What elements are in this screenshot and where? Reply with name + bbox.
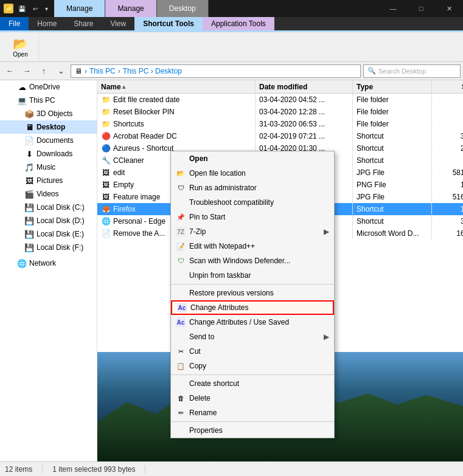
downloads-icon: ⬇ [24, 149, 34, 159]
search-icon: 🔍 [367, 67, 376, 75]
items-count: 12 items [5, 465, 32, 474]
disk-f-icon: 💾 [24, 243, 34, 252]
tab-manage-2[interactable]: Manage [105, 0, 156, 17]
maximize-button[interactable]: □ [407, 0, 435, 17]
ctx-open-file-location[interactable]: 📂 Open file location [171, 166, 334, 181]
ribbon-group-open: 📂 Open [2, 33, 39, 60]
ribbon-tab-home[interactable]: Home [29, 17, 65, 30]
thispc-icon: 💻 [17, 95, 27, 105]
attr-icon: Ac [177, 303, 187, 312]
attr-saved-icon: Ac [176, 317, 186, 327]
firefox-icon: 🦊 [101, 204, 111, 214]
minimize-button[interactable]: — [379, 0, 407, 17]
disk-c-icon: 💾 [24, 202, 34, 212]
ctx-create-shortcut[interactable]: Create shortcut [171, 376, 334, 391]
ribbon-tab-application-tools[interactable]: Application Tools [203, 17, 274, 30]
ctx-unpin-taskbar[interactable]: Unpin from taskbar [171, 268, 334, 283]
open-icon [176, 154, 186, 164]
col-header-name[interactable]: Name ▲ [97, 80, 256, 93]
sidebar-item-local-d[interactable]: 💾 Local Disk (D:) [0, 214, 97, 227]
sidebar-item-pictures[interactable]: 🖼 Pictures [0, 174, 97, 187]
sidebar-item-videos[interactable]: 🎬 Videos [0, 187, 97, 201]
ribbon-btn-open[interactable]: 📂 Open [10, 35, 30, 59]
ribbon-tab-share[interactable]: Share [65, 17, 102, 30]
sidebar-item-local-f[interactable]: 💾 Local Disk (F:) [0, 241, 97, 254]
ctx-open[interactable]: Open [171, 151, 334, 166]
ctx-restore-versions[interactable]: Restore previous versions [171, 286, 334, 300]
sidebar-item-local-e[interactable]: 💾 Local Disk (E:) [0, 227, 97, 241]
ctx-copy[interactable]: 📋 Copy [171, 359, 334, 373]
azureus-icon: 🔵 [101, 143, 111, 153]
col-header-size[interactable]: Size [432, 80, 463, 93]
restore-icon [176, 288, 186, 298]
address-bar: ← → ↑ ⌄ 🖥 › This PC › This PC › Desktop … [0, 62, 463, 80]
disk-e-icon: 💾 [24, 229, 34, 239]
ribbon-tab-view[interactable]: View [102, 17, 134, 30]
quick-access-more[interactable]: ▾ [43, 4, 50, 13]
ribbon-tab-bar: File Home Share View Shortcut Tools Appl… [0, 17, 463, 30]
path-separator: › [85, 67, 87, 75]
ctx-scan-defender[interactable]: 🛡 Scan with Windows Defender... [171, 254, 334, 268]
sidebar-item-documents[interactable]: 📄 Documents [0, 134, 97, 147]
copy-icon: 📋 [176, 361, 186, 371]
properties-icon [176, 426, 186, 435]
ribbon-tab-file[interactable]: File [0, 17, 29, 30]
ctx-cut[interactable]: ✂ Cut [171, 344, 334, 359]
table-row[interactable]: 📁Shortcuts 31-03-2020 06:53 ... File fol… [97, 118, 463, 130]
ctx-7zip[interactable]: 7Z 7-Zip ▶ [171, 224, 334, 239]
ctx-troubleshoot[interactable]: Troubleshoot compatibility [171, 195, 334, 210]
folder-icon: 📁 [101, 107, 111, 117]
3dobjects-icon: 📦 [24, 109, 34, 119]
path-desktop[interactable]: This PC › Desktop [123, 67, 182, 75]
ctx-change-attributes[interactable]: Ac Change Attributes [171, 300, 334, 315]
search-box[interactable]: 🔍 Search Desktop [363, 64, 461, 78]
up-button[interactable]: ↑ [37, 64, 51, 78]
table-row[interactable]: 📁Edit file created date 03-04-2020 04:52… [97, 94, 463, 106]
ctx-rename[interactable]: ✏ Rename [171, 405, 334, 420]
sidebar-item-network[interactable]: 🌐 Network [0, 257, 97, 270]
col-header-type[interactable]: Type [353, 80, 432, 93]
recent-paths-button[interactable]: ⌄ [54, 64, 68, 78]
path-thispc[interactable]: This PC [89, 67, 116, 75]
documents-icon: 📄 [24, 136, 34, 145]
selection-info: 1 item selected 993 bytes [52, 465, 135, 474]
ribbon-tab-shortcut-tools[interactable]: Shortcut Tools [134, 17, 203, 30]
zip-icon: 7Z [176, 227, 186, 236]
ctx-pin-start[interactable]: 📌 Pin to Start [171, 210, 334, 224]
tab-desktop[interactable]: Desktop [157, 0, 209, 17]
tab-manage-1[interactable]: Manage [54, 0, 105, 17]
sidebar-item-thispc[interactable]: 💻 This PC [0, 94, 97, 107]
ccleaner-icon: 🔧 [101, 156, 111, 165]
col-header-date[interactable]: Date modified [256, 80, 353, 93]
quick-access-save[interactable]: 💾 [16, 4, 28, 13]
context-separator-1 [171, 284, 334, 285]
disk-d-icon: 💾 [24, 216, 34, 226]
sidebar-item-desktop[interactable]: 🖥 Desktop [0, 120, 97, 134]
network-icon: 🌐 [17, 258, 27, 268]
app-icon: 📁 [4, 4, 13, 13]
window-controls: — □ ✕ [379, 0, 463, 17]
sidebar-item-music[interactable]: 🎵 Music [0, 160, 97, 174]
sidebar-item-local-c[interactable]: 💾 Local Disk (C:) [0, 201, 97, 214]
ctx-edit-notepad[interactable]: 📝 Edit with Notepad++ [171, 239, 334, 254]
pictures-icon: 🖼 [24, 176, 34, 185]
sendto-arrow-icon: ▶ [324, 333, 329, 341]
ctx-change-attributes-saved[interactable]: Ac Change Attributes / Use Saved [171, 315, 334, 329]
status-separator [42, 465, 43, 474]
address-path[interactable]: 🖥 › This PC › This PC › Desktop [71, 64, 361, 78]
ctx-delete[interactable]: 🗑 Delete [171, 391, 334, 405]
main-layout: ☁ OneDrive 💻 This PC 📦 3D Objects 🖥 Desk… [0, 80, 463, 461]
table-row[interactable]: 🔴Acrobat Reader DC 02-04-2019 07:21 ... … [97, 130, 463, 142]
forward-button[interactable]: → [19, 64, 34, 78]
close-button[interactable]: ✕ [435, 0, 463, 17]
pin-icon: 📌 [176, 212, 186, 222]
table-row[interactable]: 📁Reset Bilocker PIN 03-04-2020 12:28 ...… [97, 106, 463, 118]
sidebar-item-downloads[interactable]: ⬇ Downloads [0, 147, 97, 160]
sidebar-item-onedrive[interactable]: ☁ OneDrive [0, 80, 97, 94]
back-button[interactable]: ← [2, 64, 17, 78]
ctx-send-to[interactable]: Send to ▶ [171, 329, 334, 344]
quick-access-undo[interactable]: ↩ [30, 4, 40, 13]
sidebar-item-3dobjects[interactable]: 📦 3D Objects [0, 107, 97, 120]
ctx-run-as-admin[interactable]: 🛡 Run as administrator [171, 181, 334, 195]
ctx-properties[interactable]: Properties [171, 423, 334, 438]
